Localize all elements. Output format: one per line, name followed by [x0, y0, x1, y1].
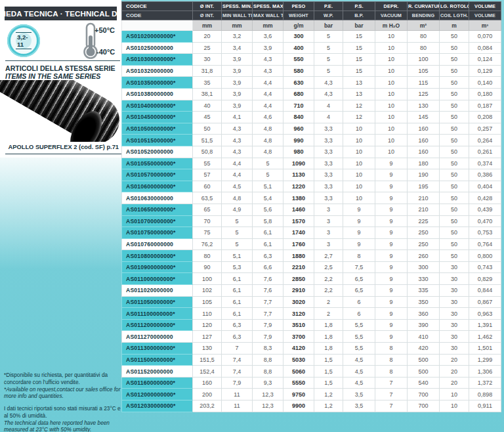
value-cell: 10	[343, 146, 375, 158]
table-row: AS01052000000050,84,34,89803,31010160500…	[122, 146, 501, 158]
value-cell: 1460	[284, 204, 314, 215]
table-row: AS010550000000*554,4510903,3109180500,37…	[122, 158, 501, 169]
value-cell: 9	[343, 215, 375, 227]
value-cell: 350	[408, 296, 440, 308]
code-cell: AS010700000000*	[122, 215, 193, 227]
header-row-en: CODEØ INT.MIN WALL TH.MAX WALL TH.WEIGHT…	[122, 11, 501, 20]
value-cell: 20	[440, 366, 469, 378]
value-cell: 12,3	[253, 400, 284, 412]
table-row: AS01063000000063,54,85,413803,3109210500…	[122, 192, 501, 204]
value-cell: 10	[343, 135, 375, 146]
value-cell: 250	[408, 227, 440, 239]
column-header-en: BENDING	[408, 11, 440, 20]
value-cell: 3,3	[314, 135, 343, 146]
value-cell: 1880	[284, 250, 314, 262]
value-cell: 7,9	[253, 319, 284, 331]
table-row: AS010650000000*654,95,61460399210500,439	[122, 204, 501, 215]
value-cell: 100	[408, 54, 440, 66]
table-row: AS010350000000*353,94,46304,31310115500,…	[122, 77, 501, 89]
value-cell: 9	[375, 319, 408, 331]
value-cell: 50	[440, 169, 469, 181]
value-cell: 65	[193, 204, 222, 215]
value-cell: 0,764	[469, 238, 501, 250]
value-cell: 5,1	[222, 250, 253, 262]
value-cell: 5,3	[222, 261, 253, 273]
table-row: AS01038000000038,13,94,46804,31310125500…	[122, 88, 501, 100]
value-cell: 10	[375, 77, 408, 89]
value-cell: 0,208	[469, 112, 501, 123]
value-cell: 9	[343, 204, 375, 215]
value-cell: 3510	[284, 319, 314, 331]
value-cell: 50	[193, 123, 222, 135]
table-head: CODICEØ INT.SPESS. MIN.SPESS. MAX.PESOP.…	[122, 2, 501, 31]
value-cell: 6,5	[343, 273, 375, 285]
code-cell: AS010760000000	[122, 238, 193, 250]
value-cell: 4,3	[314, 88, 343, 100]
value-cell: 50	[440, 54, 469, 66]
value-cell: 3,3	[314, 169, 343, 181]
value-cell: 5	[222, 238, 253, 250]
code-cell: AS010515000000*	[122, 135, 193, 146]
value-cell: 11	[222, 400, 253, 412]
value-cell: 3120	[284, 308, 314, 320]
footnote-available-it: *Disponibile su richiesta, per quantitat…	[4, 372, 121, 386]
column-header-en: B.P.	[343, 11, 375, 20]
value-cell: 8,3	[253, 343, 284, 355]
value-cell: 50	[440, 77, 469, 89]
badge-label: 3,2-11	[16, 32, 32, 49]
photo-caption: APOLLO SUPERFLEX 2 (cod. SF) p.71	[9, 144, 119, 150]
value-cell: 7	[375, 377, 408, 389]
value-cell: 30	[440, 331, 469, 343]
value-cell: 6,3	[253, 250, 284, 262]
hose-tube-graphic	[0, 80, 119, 142]
value-cell: 12	[343, 100, 375, 112]
table-row: AS010400000000*403,94,471041210130500,18…	[122, 100, 501, 112]
value-cell: 2850	[284, 273, 314, 285]
value-cell: 4,9	[222, 204, 253, 215]
value-cell: 50,8	[193, 146, 222, 158]
value-cell: 8,8	[253, 366, 284, 378]
value-cell: 5030	[284, 354, 314, 366]
value-cell: 15	[343, 31, 375, 43]
value-cell: 0,911	[469, 400, 501, 412]
value-cell: 50	[440, 215, 469, 227]
value-cell: 6,1	[222, 308, 253, 320]
value-cell: 1090	[284, 158, 314, 169]
value-cell: 390	[408, 319, 440, 331]
value-cell: 4,8	[253, 135, 284, 146]
value-cell: 9	[375, 238, 408, 250]
code-cell: AS010200000000*	[122, 31, 193, 43]
value-cell: 6,6	[253, 261, 284, 273]
value-cell: 3,9	[222, 100, 253, 112]
value-cell: 5	[314, 31, 343, 43]
value-cell: 20	[440, 354, 469, 366]
unit-cell: m	[440, 20, 469, 31]
table-row: AS010300000000*303,94,355051510100500,12…	[122, 54, 501, 66]
temperature-max-label: +50°C	[94, 26, 115, 34]
value-cell: 7,9	[222, 377, 253, 389]
column-header-it: SPESS. MIN.	[222, 2, 253, 11]
value-cell: 3,3	[314, 123, 343, 135]
value-cell: 5060	[284, 366, 314, 378]
value-cell: 0,257	[469, 123, 501, 135]
value-cell: 2,2	[314, 285, 343, 297]
value-cell: 210	[408, 192, 440, 204]
value-cell: 360	[408, 308, 440, 320]
code-cell: AS011200000000*	[122, 319, 193, 331]
value-cell: 9	[375, 296, 408, 308]
value-cell: 1,2	[314, 400, 343, 412]
column-header-en: MAX WALL TH.	[253, 11, 284, 20]
value-cell: 105	[408, 65, 440, 77]
value-cell: 0,261	[469, 146, 501, 158]
table-row: AS011300000000*13078,341201,85,58420301,…	[122, 343, 501, 355]
value-cell: 160	[408, 146, 440, 158]
value-cell: 4,4	[222, 169, 253, 181]
code-cell: AS011600000000*	[122, 377, 193, 389]
value-cell: 10	[343, 169, 375, 181]
code-cell: AS011020000000	[122, 285, 193, 297]
value-cell: 700	[408, 389, 440, 400]
value-cell: 9	[375, 250, 408, 262]
code-cell: AS010350000000*	[122, 77, 193, 89]
code-cell: AS010550000000*	[122, 158, 193, 169]
value-cell: 3,4	[222, 42, 253, 54]
